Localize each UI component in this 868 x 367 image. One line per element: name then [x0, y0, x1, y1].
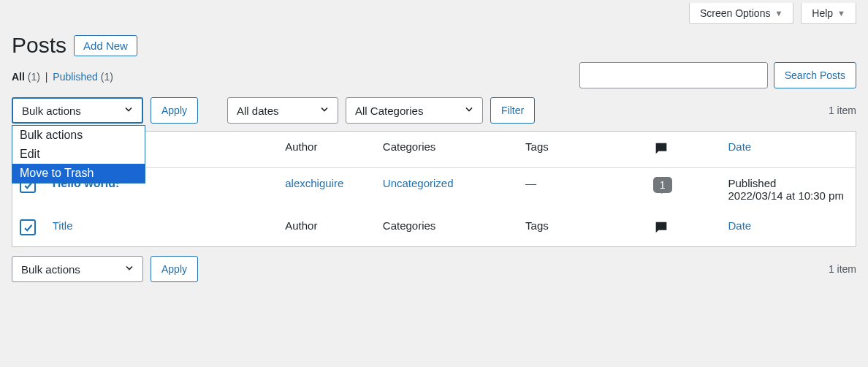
- apply-button-top[interactable]: Apply: [151, 97, 198, 124]
- column-date-footer[interactable]: Date: [721, 211, 856, 247]
- column-title-footer[interactable]: Title: [45, 211, 278, 247]
- item-count-bottom: 1 item: [829, 263, 856, 275]
- bulk-actions-value-bottom: Bulk actions: [21, 263, 80, 276]
- comment-count-badge[interactable]: 1: [653, 177, 672, 193]
- column-comments[interactable]: [646, 132, 721, 168]
- column-categories: Categories: [376, 132, 518, 168]
- comment-icon: [653, 219, 669, 238]
- chevron-down-icon: [123, 104, 134, 118]
- column-comments-footer[interactable]: [646, 211, 721, 247]
- separator: |: [45, 71, 48, 83]
- bulk-actions-select-bottom[interactable]: Bulk actions: [12, 256, 143, 282]
- date-filter-value: All dates: [237, 105, 279, 117]
- post-tags: —: [525, 177, 536, 189]
- caret-down-icon: ▼: [774, 9, 783, 18]
- screen-options-label: Screen Options: [700, 7, 771, 19]
- post-author-link[interactable]: alexchiguire: [285, 177, 343, 189]
- column-date[interactable]: Date: [721, 132, 856, 168]
- category-filter-value: All Categories: [355, 105, 423, 117]
- column-tags: Tags: [518, 132, 646, 168]
- filter-all-link[interactable]: All: [12, 71, 28, 83]
- date-filter-select[interactable]: All dates: [227, 97, 338, 124]
- bulk-option-bulk-actions[interactable]: Bulk actions: [12, 126, 145, 145]
- filter-button[interactable]: Filter: [490, 97, 535, 124]
- bulk-actions-dropdown: Bulk actions Edit Move to Trash: [12, 125, 145, 184]
- comment-icon: [653, 140, 669, 159]
- apply-button-bottom[interactable]: Apply: [151, 256, 198, 282]
- bulk-actions-select[interactable]: Bulk actions Bulk actions Edit Move to T…: [12, 97, 143, 124]
- chevron-down-icon: [319, 104, 330, 118]
- chevron-down-icon: [463, 104, 475, 118]
- filter-published-count: (1): [101, 71, 113, 83]
- post-date-status: Published: [728, 177, 849, 189]
- post-category-link[interactable]: Uncategorized: [383, 177, 454, 189]
- select-all-checkbox-footer[interactable]: [20, 219, 36, 235]
- filter-published-link[interactable]: Published: [53, 71, 100, 83]
- column-author: Author: [278, 132, 376, 168]
- category-filter-select[interactable]: All Categories: [346, 97, 483, 124]
- search-input[interactable]: [579, 62, 768, 88]
- search-posts-button[interactable]: Search Posts: [774, 62, 856, 88]
- column-categories-footer: Categories: [376, 211, 518, 247]
- item-count-top: 1 item: [829, 105, 856, 116]
- help-tab[interactable]: Help ▼: [801, 3, 856, 24]
- add-new-button[interactable]: Add New: [74, 35, 137, 56]
- help-label: Help: [812, 7, 833, 19]
- page-title: Posts: [12, 33, 66, 58]
- screen-options-tab[interactable]: Screen Options ▼: [689, 3, 793, 24]
- column-author-footer: Author: [278, 211, 376, 247]
- bulk-actions-value: Bulk actions: [22, 105, 81, 117]
- filter-all-count: (1): [28, 71, 40, 83]
- bulk-option-trash[interactable]: Move to Trash: [12, 164, 145, 183]
- post-date-value: 2022/03/14 at 10:30 pm: [728, 189, 844, 202]
- table-footer-row: Title Author Categories Tags Date: [12, 211, 856, 247]
- bulk-option-edit[interactable]: Edit: [12, 145, 145, 164]
- column-tags-footer: Tags: [518, 211, 646, 247]
- caret-down-icon: ▼: [837, 9, 845, 18]
- chevron-down-icon: [123, 262, 135, 276]
